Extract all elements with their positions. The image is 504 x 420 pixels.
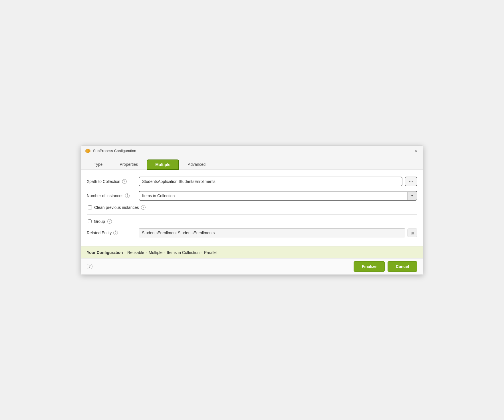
- footer-actions: ? Finalize Cancel: [81, 258, 423, 274]
- tab-properties[interactable]: Properties: [111, 159, 146, 170]
- footer-help: ?: [87, 264, 92, 269]
- related-entity-input[interactable]: [139, 228, 405, 237]
- config-item-1: Multiple: [149, 250, 162, 255]
- group-checkbox[interactable]: [88, 219, 92, 223]
- action-buttons: Finalize Cancel: [354, 261, 417, 272]
- config-item-2: Items in Collection: [167, 250, 199, 255]
- xpath-container: ···: [139, 177, 417, 186]
- clean-instances-label[interactable]: Clean previous instances: [94, 205, 139, 210]
- content-area: Xpath to Collection ? ··· Number of inst…: [81, 170, 423, 247]
- related-entity-label: Related Entity: [87, 231, 112, 235]
- copy-icon: ⊞: [411, 231, 414, 235]
- instances-row: Number of instances ? Items in Collectio…: [87, 191, 417, 201]
- xpath-ellipsis-button[interactable]: ···: [405, 177, 417, 186]
- instances-label: Number of instances: [87, 193, 123, 198]
- title-bar: SubProcess Configuration ×: [81, 146, 423, 156]
- group-label[interactable]: Group: [94, 219, 105, 224]
- sep-3: ·: [201, 250, 203, 255]
- dialog-title: SubProcess Configuration: [93, 149, 136, 153]
- related-entity-help-icon[interactable]: ?: [113, 231, 118, 235]
- clean-instances-checkbox[interactable]: [88, 205, 92, 209]
- related-entity-label-group: Related Entity ?: [87, 231, 135, 235]
- instances-help-icon[interactable]: ?: [125, 193, 130, 198]
- instances-label-group: Number of instances ?: [87, 193, 135, 198]
- clean-instances-row: Clean previous instances ?: [87, 205, 417, 210]
- xpath-input[interactable]: [139, 177, 402, 186]
- app-icon: [85, 148, 91, 154]
- sep-2: ·: [164, 250, 166, 255]
- config-item-0: Reusable: [127, 250, 144, 255]
- related-entity-row: Related Entity ? ⊞: [87, 228, 417, 237]
- config-label: Your Configuration: [87, 250, 123, 255]
- cancel-button[interactable]: Cancel: [388, 261, 417, 272]
- divider: [87, 214, 417, 215]
- config-item-3: Parallel: [204, 250, 217, 255]
- xpath-label-group: Xpath to Collection ?: [87, 179, 135, 184]
- tabs-bar: Type Properties Multiple Advanced: [81, 156, 423, 170]
- finalize-button[interactable]: Finalize: [354, 261, 385, 272]
- title-bar-left: SubProcess Configuration: [85, 148, 136, 154]
- xpath-label: Xpath to Collection: [87, 179, 120, 184]
- related-entity-copy-button[interactable]: ⊞: [408, 229, 417, 237]
- group-help-icon[interactable]: ?: [107, 219, 112, 224]
- dialog-subprocess-configuration: SubProcess Configuration × Type Properti…: [81, 146, 423, 275]
- instances-container: Items in Collection ▼: [139, 191, 417, 201]
- tab-type[interactable]: Type: [86, 159, 111, 170]
- instances-arrow-icon[interactable]: ▼: [407, 192, 417, 200]
- instances-value: Items in Collection: [139, 191, 407, 200]
- clean-help-icon[interactable]: ?: [141, 205, 146, 210]
- related-entity-container: ⊞: [139, 228, 417, 237]
- close-button[interactable]: ×: [413, 148, 419, 154]
- group-row: Group ?: [87, 219, 417, 224]
- instances-select[interactable]: Items in Collection ▼: [139, 191, 417, 201]
- sep-0: ·: [124, 250, 127, 255]
- xpath-help-icon[interactable]: ?: [122, 179, 127, 184]
- tab-multiple[interactable]: Multiple: [147, 159, 179, 170]
- sep-1: ·: [146, 250, 148, 255]
- xpath-row: Xpath to Collection ? ···: [87, 177, 417, 186]
- footer-config: Your Configuration · Reusable · Multiple…: [81, 247, 423, 258]
- tab-advanced[interactable]: Advanced: [180, 159, 214, 170]
- footer-help-icon[interactable]: ?: [87, 264, 92, 269]
